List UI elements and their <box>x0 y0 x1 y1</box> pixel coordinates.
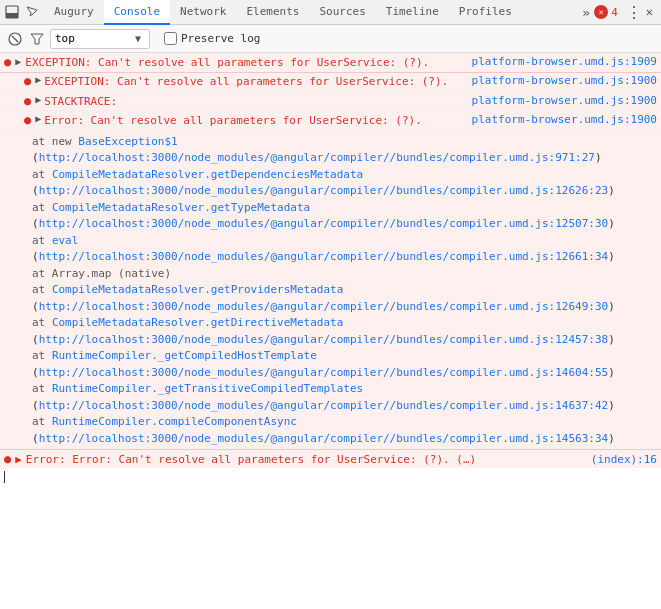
tab-profiles[interactable]: Profiles <box>449 0 522 25</box>
stacktrace-text: STACKTRACE: <box>44 94 463 111</box>
stack-line-5: at CompileMetadataResolver.getProvidersM… <box>32 282 657 315</box>
toolbar: ▼ Preserve log <box>0 25 661 53</box>
stack-line-3: at eval (http://localhost:3000/node_modu… <box>32 233 657 266</box>
stack-link-8[interactable]: RuntimeCompiler._getTransitiveCompiledTe… <box>52 382 363 395</box>
exception-row-1: ● ▶ EXCEPTION: Can't resolve all paramet… <box>0 73 661 93</box>
filter-input-wrap: ▼ <box>50 29 150 49</box>
main-exception-row: ● ▶ EXCEPTION: Can't resolve all paramet… <box>0 53 661 73</box>
file-link-2[interactable]: platform-browser.umd.js:1900 <box>472 94 657 107</box>
stack-line-6: at CompileMetadataResolver.getDirectiveM… <box>32 315 657 348</box>
svg-rect-1 <box>6 13 18 18</box>
stack-url-6[interactable]: http://localhost:3000/node_modules/@angu… <box>39 333 609 346</box>
error-expanded-row: ● ▶ Error: Can't resolve all parameters … <box>0 112 661 132</box>
stack-line-0: at new BaseException$1 (http://localhost… <box>32 134 657 167</box>
console-content[interactable]: ● ▶ EXCEPTION: Can't resolve all paramet… <box>0 53 661 609</box>
stack-url-5[interactable]: http://localhost:3000/node_modules/@angu… <box>39 300 609 313</box>
file-link-3[interactable]: platform-browser.umd.js:1900 <box>472 113 657 126</box>
preserve-log-wrap: Preserve log <box>164 32 260 45</box>
stack-link-9[interactable]: RuntimeCompiler.compileComponentAsync <box>52 415 297 428</box>
stack-url-9[interactable]: http://localhost:3000/node_modules/@angu… <box>39 432 609 445</box>
clear-console-icon[interactable] <box>6 30 24 48</box>
preserve-log-label[interactable]: Preserve log <box>181 32 260 45</box>
stack-url-1[interactable]: http://localhost:3000/node_modules/@angu… <box>39 184 609 197</box>
error-bullet-main: ● <box>4 55 11 69</box>
stack-link-3[interactable]: eval <box>52 234 79 247</box>
error-bullet-1: ● <box>24 74 31 88</box>
stack-link-5[interactable]: CompileMetadataResolver.getProvidersMeta… <box>52 283 343 296</box>
stack-link-6[interactable]: CompileMetadataResolver.getDirectiveMeta… <box>52 316 343 329</box>
filter-icon[interactable] <box>30 32 44 46</box>
tab-augury[interactable]: Augury <box>44 0 104 25</box>
tab-icons <box>4 4 40 20</box>
svg-line-3 <box>12 36 18 42</box>
tab-elements[interactable]: Elements <box>236 0 309 25</box>
bottom-error-row: ● ▶ Error: Error: Can't resolve all para… <box>0 449 661 468</box>
tab-console[interactable]: Console <box>104 0 170 25</box>
bottom-error-text: Error: Error: Can't resolve all paramete… <box>26 453 591 466</box>
tab-sources[interactable]: Sources <box>309 0 375 25</box>
cursor <box>4 471 5 483</box>
settings-icon[interactable]: ⋮ <box>626 4 642 20</box>
stack-url-7[interactable]: http://localhost:3000/node_modules/@angu… <box>39 366 609 379</box>
error-count: 4 <box>611 6 618 19</box>
stack-trace-content: at new BaseException$1 (http://localhost… <box>0 132 661 450</box>
bottom-error-file[interactable]: (index):16 <box>591 453 657 466</box>
stack-line-7: at RuntimeCompiler._getCompiledHostTempl… <box>32 348 657 381</box>
file-link-1[interactable]: platform-browser.umd.js:1900 <box>472 74 657 87</box>
tab-network[interactable]: Network <box>170 0 236 25</box>
stacktrace-row: ● ▶ STACKTRACE: platform-browser.umd.js:… <box>0 93 661 113</box>
dock-icon[interactable] <box>4 4 20 20</box>
bottom-error-arrow[interactable]: ▶ <box>15 453 22 466</box>
stack-line-1: at CompileMetadataResolver.getDependenci… <box>32 167 657 200</box>
inspect-icon[interactable] <box>24 4 40 20</box>
arrow-3[interactable]: ▶ <box>35 113 41 124</box>
main-exception-text: EXCEPTION: Can't resolve all parameters … <box>25 55 463 70</box>
svg-marker-4 <box>31 34 43 44</box>
tab-more[interactable]: » <box>578 5 594 20</box>
arrow-2[interactable]: ▶ <box>35 94 41 105</box>
stack-link-1[interactable]: CompileMetadataResolver.getDependenciesM… <box>52 168 363 181</box>
main-exception-arrow[interactable]: ▶ <box>15 56 21 67</box>
filter-dropdown-arrow[interactable]: ▼ <box>135 33 141 44</box>
error-icon: ✕ <box>594 5 608 19</box>
cursor-row[interactable] <box>0 468 661 486</box>
preserve-log-checkbox[interactable] <box>164 32 177 45</box>
bottom-error-bullet: ● <box>4 452 11 466</box>
stack-line-2: at CompileMetadataResolver.getTypeMetada… <box>32 200 657 233</box>
error-badge: ✕ 4 <box>594 5 618 19</box>
filter-input[interactable] <box>55 32 135 45</box>
stack-line-8: at RuntimeCompiler._getTransitiveCompile… <box>32 381 657 414</box>
close-devtools-icon[interactable]: ✕ <box>642 5 657 19</box>
arrow-1[interactable]: ▶ <box>35 74 41 85</box>
tab-bar: Augury Console Network Elements Sources … <box>0 0 661 25</box>
stack-link-7[interactable]: RuntimeCompiler._getCompiledHostTemplate <box>52 349 317 362</box>
main-exception-file[interactable]: platform-browser.umd.js:1909 <box>472 55 657 68</box>
exception-text-1: EXCEPTION: Can't resolve all parameters … <box>44 74 463 91</box>
stack-url-8[interactable]: http://localhost:3000/node_modules/@angu… <box>39 399 609 412</box>
stack-url-3[interactable]: http://localhost:3000/node_modules/@angu… <box>39 250 609 263</box>
stack-url-2[interactable]: http://localhost:3000/node_modules/@angu… <box>39 217 609 230</box>
stack-link-0[interactable]: BaseException$1 <box>78 135 177 148</box>
error-expanded-text: Error: Can't resolve all parameters for … <box>44 113 463 130</box>
tab-timeline[interactable]: Timeline <box>376 0 449 25</box>
stack-link-2[interactable]: CompileMetadataResolver.getTypeMetadata <box>52 201 310 214</box>
stack-line-9: at RuntimeCompiler.compileComponentAsync… <box>32 414 657 447</box>
stack-line-4: at Array.map (native) <box>32 266 657 283</box>
error-bullet-2: ● <box>24 94 31 108</box>
error-bullet-3: ● <box>24 113 31 127</box>
stack-url-0[interactable]: http://localhost:3000/node_modules/@angu… <box>39 151 595 164</box>
